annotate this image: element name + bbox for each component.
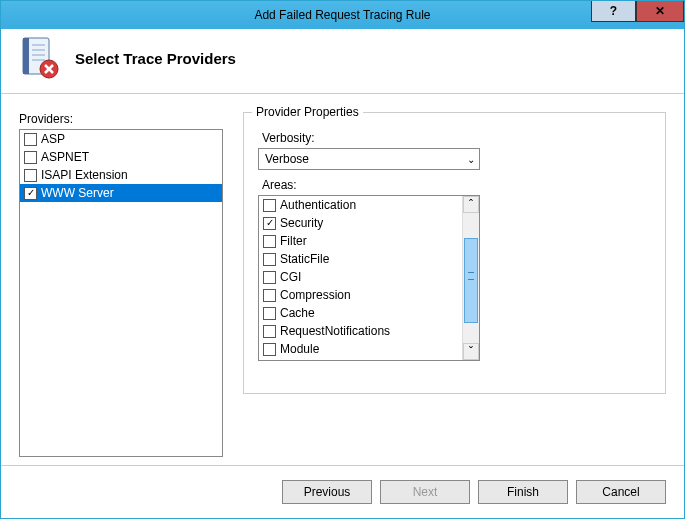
checkbox[interactable] <box>263 199 276 212</box>
area-item[interactable]: Compression <box>259 286 462 304</box>
area-item[interactable]: Authentication <box>259 196 462 214</box>
area-label: Security <box>280 216 323 230</box>
wizard-header: Select Trace Providers <box>1 29 684 94</box>
titlebar: Add Failed Request Tracing Rule ? ✕ <box>1 1 684 29</box>
provider-label: ASP <box>41 132 65 146</box>
area-item[interactable]: StaticFile <box>259 250 462 268</box>
areas-listbox[interactable]: Authentication✓SecurityFilterStaticFileC… <box>258 195 480 361</box>
properties-column: Provider Properties Verbosity: Verbose ⌄… <box>243 112 666 457</box>
area-label: StaticFile <box>280 252 329 266</box>
verbosity-label: Verbosity: <box>262 131 651 145</box>
close-icon: ✕ <box>655 4 665 18</box>
window-title: Add Failed Request Tracing Rule <box>1 8 684 22</box>
area-item[interactable]: Filter <box>259 232 462 250</box>
verbosity-value: Verbose <box>265 152 309 166</box>
checkbox[interactable] <box>263 271 276 284</box>
area-item[interactable]: Cache <box>259 304 462 322</box>
provider-item[interactable]: ✓WWW Server <box>20 184 222 202</box>
area-item[interactable]: Module <box>259 340 462 358</box>
area-label: Cache <box>280 306 315 320</box>
checkbox[interactable] <box>263 289 276 302</box>
area-item[interactable]: RequestNotifications <box>259 322 462 340</box>
titlebar-buttons: ? ✕ <box>591 1 684 22</box>
svg-rect-1 <box>23 38 29 74</box>
checkbox[interactable] <box>263 343 276 356</box>
group-title: Provider Properties <box>252 105 363 119</box>
area-label: Filter <box>280 234 307 248</box>
areas-list: Authentication✓SecurityFilterStaticFileC… <box>259 196 462 360</box>
providers-label: Providers: <box>19 112 223 126</box>
next-button: Next <box>380 480 470 504</box>
finish-button[interactable]: Finish <box>478 480 568 504</box>
verbosity-dropdown[interactable]: Verbose ⌄ <box>258 148 480 170</box>
help-icon: ? <box>610 4 617 18</box>
checkbox[interactable]: ✓ <box>24 187 37 200</box>
help-button[interactable]: ? <box>591 1 636 22</box>
provider-label: WWW Server <box>41 186 114 200</box>
checkbox[interactable]: ✓ <box>263 217 276 230</box>
scroll-up-button[interactable]: ˆ <box>463 196 479 213</box>
provider-item[interactable]: ASP <box>20 130 222 148</box>
area-item[interactable]: ✓Security <box>259 214 462 232</box>
provider-label: ISAPI Extension <box>41 168 128 182</box>
checkbox[interactable] <box>263 235 276 248</box>
providers-listbox[interactable]: ASPASPNETISAPI Extension✓WWW Server <box>19 129 223 457</box>
provider-item[interactable]: ISAPI Extension <box>20 166 222 184</box>
chevron-down-icon: ˇ <box>469 345 473 359</box>
previous-label: Previous <box>304 485 351 499</box>
wizard-window: Add Failed Request Tracing Rule ? ✕ Sele… <box>0 0 685 519</box>
chevron-up-icon: ˆ <box>469 198 473 212</box>
checkbox[interactable] <box>24 133 37 146</box>
area-item[interactable]: CGI <box>259 268 462 286</box>
provider-label: ASPNET <box>41 150 89 164</box>
cancel-label: Cancel <box>602 485 639 499</box>
checkbox[interactable] <box>263 253 276 266</box>
area-label: Authentication <box>280 198 356 212</box>
previous-button[interactable]: Previous <box>282 480 372 504</box>
providers-column: Providers: ASPASPNETISAPI Extension✓WWW … <box>19 112 223 457</box>
area-label: CGI <box>280 270 301 284</box>
checkbox[interactable] <box>24 151 37 164</box>
cancel-button[interactable]: Cancel <box>576 480 666 504</box>
checkbox[interactable] <box>263 325 276 338</box>
area-label: RequestNotifications <box>280 324 390 338</box>
next-label: Next <box>413 485 438 499</box>
checkbox[interactable] <box>24 169 37 182</box>
scrollbar[interactable]: ˆ ˇ <box>462 196 479 360</box>
scroll-thumb[interactable] <box>464 238 478 323</box>
content-area: Providers: ASPASPNETISAPI Extension✓WWW … <box>1 94 684 465</box>
area-label: Compression <box>280 288 351 302</box>
scroll-down-button[interactable]: ˇ <box>463 343 479 360</box>
chevron-down-icon: ⌄ <box>467 154 475 165</box>
scroll-track[interactable] <box>463 213 479 343</box>
area-label: Module <box>280 342 319 356</box>
checkbox[interactable] <box>263 307 276 320</box>
trace-document-icon <box>19 37 59 79</box>
provider-item[interactable]: ASPNET <box>20 148 222 166</box>
wizard-footer: Previous Next Finish Cancel <box>1 465 684 518</box>
close-button[interactable]: ✕ <box>636 1 684 22</box>
page-title: Select Trace Providers <box>75 50 236 67</box>
areas-label: Areas: <box>262 178 651 192</box>
provider-properties-group: Provider Properties Verbosity: Verbose ⌄… <box>243 112 666 394</box>
finish-label: Finish <box>507 485 539 499</box>
